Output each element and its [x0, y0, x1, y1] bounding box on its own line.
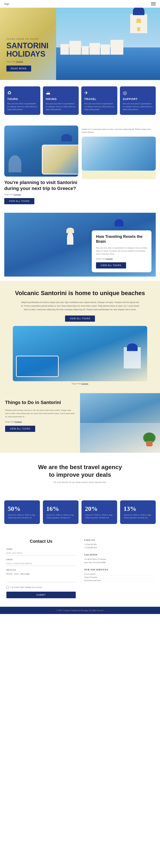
terms-label: I accept the Terms of Usage — [10, 586, 42, 588]
footer-text: © 2021 Company. Template by Nicepage. Al… — [56, 609, 104, 612]
planning-image-credit: Image from Unsplash — [4, 193, 78, 195]
phone2: 1 (234) 987-654 — [84, 546, 154, 549]
address: 121 Rock Street, 21 Avenue, New York, NY… — [84, 558, 154, 564]
things-text: Habitant morbi tristique senectus et. Ne… — [5, 409, 75, 418]
location-title: LOCATION — [84, 554, 154, 556]
service-item-2: Excursions and Tours — [84, 579, 154, 582]
hamburger-menu[interactable] — [151, 2, 156, 5]
resets-view-tours-button[interactable]: VIEW ALL TOURS — [96, 262, 126, 269]
volcanic-image — [13, 326, 147, 381]
stat-number-3: 13% — [124, 505, 152, 512]
resets-image-credit: Image from Unsplash — [96, 258, 147, 260]
services-block: OUR TOP SERVICES Local transfers Airport… — [84, 568, 154, 582]
agency-section: We are the best travel agency to improve… — [0, 453, 160, 500]
volcanic-view-tours-button[interactable]: VIEW ALL TOURS — [65, 315, 95, 322]
email-field-container: Email — [6, 558, 76, 566]
stat-number-1: 16% — [46, 505, 75, 512]
resets-credit-link[interactable]: Unsplash — [105, 258, 113, 260]
stat-text-0: Aenean leo. Nulla eu. Nulla ac fuga. Adi… — [8, 514, 36, 519]
things-image-credit: Image from Unsplash — [5, 421, 75, 423]
things-right — [80, 393, 160, 453]
call-us-block: CALL US 1 (234) 567-891 1 (234) 987-654 — [84, 539, 154, 550]
service-text-support: Duis aute irure dolor in reprehenderit i… — [123, 102, 153, 111]
planning-image-right — [82, 136, 156, 170]
things-section: Things to Do in Santorini Habitant morbi… — [0, 393, 160, 453]
service-card-tours: ♻ TOURS Duis aute irure dolor in reprehe… — [4, 86, 40, 115]
planning-image-main — [4, 126, 78, 177]
stat-text-1: Aenean leo. Nulla eu. Nulla ac fuga. Adi… — [46, 514, 75, 519]
planning-sample-text: Sample text. Lorem ipsum dolor sit amet,… — [82, 128, 156, 134]
stat-card-1: 16% Aenean leo. Nulla eu. Nulla ac fuga.… — [43, 500, 79, 524]
hero-section: TOURS FROM TR TOURS SANTORINI HOLIDAYS I… — [0, 8, 160, 80]
service-card-support: ◎ SUPPORT Duis aute irure dolor in repre… — [120, 86, 156, 115]
services-list: Local transfers Airport Transfers Excurs… — [84, 572, 154, 582]
stat-number-0: 50% — [8, 505, 36, 512]
call-us-title: CALL US — [84, 539, 154, 541]
submit-button[interactable]: SUBMIT — [6, 592, 76, 598]
things-left: Things to Do in Santorini Habitant morbi… — [0, 393, 80, 453]
hiking-icon: ⛰ — [46, 90, 76, 96]
service-text-travel: Duis aute irure dolor in reprehenderit i… — [84, 102, 114, 111]
email-label: Email — [6, 558, 76, 561]
agency-text: We work directly for our clients and put… — [13, 481, 147, 483]
contact-form-container: Contact Us Name Email Message I accept t… — [4, 537, 80, 600]
planning-view-tours-button[interactable]: VIEW ALL TOURS — [4, 198, 34, 204]
planning-left: You're planning to visit Santorini durin… — [4, 126, 78, 204]
hero-read-more-button[interactable]: READ MORE — [6, 65, 31, 71]
resets-card: How Traveling Resets the Brain Duis aute… — [92, 230, 152, 272]
stat-number-2: 20% — [85, 505, 114, 512]
planning-credit-link[interactable]: Unsplash — [14, 193, 21, 195]
service-title-support: SUPPORT — [123, 97, 153, 101]
hero-credit-link[interactable]: Unsplash — [16, 60, 23, 63]
email-input[interactable] — [6, 561, 76, 566]
footer: © 2021 Company. Template by Nicepage. Al… — [0, 607, 160, 614]
volcanic-credit-link[interactable]: Unsplash — [81, 382, 88, 385]
service-card-hiking: ⛰ HIKING Duis aute irure dolor in repreh… — [43, 86, 79, 115]
contact-section: Contact Us Name Email Message I accept t… — [0, 530, 160, 607]
planning-right: Sample text. Lorem ipsum dolor sit amet,… — [82, 126, 156, 204]
message-label: Message — [6, 569, 76, 571]
service-item-0: Local transfers — [84, 572, 154, 576]
agency-title: We are the best travel agency to improve… — [13, 463, 147, 479]
service-item-1: Airport Transfers — [84, 576, 154, 579]
things-view-tours-button[interactable]: VIEW ALL TOURS — [5, 426, 35, 432]
hero-title: SANTORINI HOLIDAYS — [6, 41, 48, 58]
things-image — [80, 393, 160, 453]
service-text-hiking: Duis aute irure dolor in reprehenderit i… — [46, 102, 76, 111]
logo: logo — [4, 2, 9, 5]
planning-image-overlay — [42, 145, 78, 175]
planning-section: You're planning to visit Santorini durin… — [0, 121, 160, 209]
contact-info: CALL US 1 (234) 567-891 1 (234) 987-654 … — [80, 537, 156, 600]
volcanic-title: Volcanic Santorini is home to unique bea… — [13, 289, 147, 297]
volcanic-text: Adipiscing bibendum est ultrices integer… — [20, 300, 140, 311]
header: logo — [0, 0, 160, 8]
hero-image-credit: Image from Unsplash — [6, 60, 48, 63]
stat-text-3: Aenean leo. Nulla eu. Nulla ac fuga. Adi… — [124, 514, 152, 519]
travel-icon: ✈ — [84, 90, 114, 96]
resets-text: Duis aute irure dolor in reprehenderit i… — [96, 246, 147, 255]
service-title-travel: TRAVEL — [84, 97, 114, 101]
resets-section: How Traveling Resets the Brain Duis aute… — [4, 213, 156, 277]
support-icon: ◎ — [123, 90, 153, 96]
message-field-container: Message — [6, 569, 76, 583]
phone1: 1 (234) 567-891 — [84, 543, 154, 546]
stat-card-2: 20% Aenean leo. Nulla eu. Nulla ac fuga.… — [81, 500, 117, 524]
name-field-container: Name — [6, 548, 76, 556]
stats-grid: 50% Aenean leo. Nulla eu. Nulla ac fuga.… — [0, 500, 160, 530]
tours-icon: ♻ — [7, 90, 37, 96]
message-textarea[interactable] — [6, 571, 76, 582]
service-card-travel: ✈ TRAVEL Duis aute irure dolor in repreh… — [81, 86, 117, 115]
terms-checkbox[interactable] — [6, 586, 9, 589]
stat-text-2: Aenean leo. Nulla eu. Nulla ac fuga. Adi… — [85, 514, 114, 519]
name-label: Name — [6, 548, 76, 550]
things-credit-link[interactable]: Unsplash — [15, 421, 22, 423]
service-title-hiking: HIKING — [46, 97, 76, 101]
contact-title: Contact Us — [6, 539, 76, 544]
resets-title: How Traveling Resets the Brain — [96, 234, 147, 244]
volcanic-image-credit: Image from Unsplash — [13, 382, 147, 385]
resets-image: How Traveling Resets the Brain Duis aute… — [4, 213, 156, 277]
terms-checkbox-container: I accept the Terms of Usage — [6, 586, 76, 589]
name-input[interactable] — [6, 551, 76, 556]
stat-card-0: 50% Aenean leo. Nulla eu. Nulla ac fuga.… — [4, 500, 40, 524]
service-title-tours: TOURS — [7, 97, 37, 101]
